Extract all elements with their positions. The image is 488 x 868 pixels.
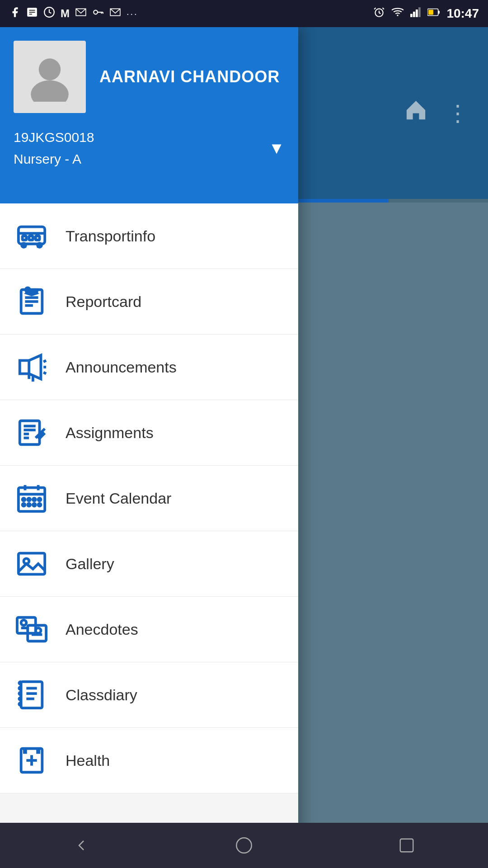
svg-point-29 bbox=[22, 243, 26, 247]
m-icon: M bbox=[61, 7, 70, 20]
status-bar-right-icons: 10:47 bbox=[373, 6, 479, 21]
svg-point-30 bbox=[38, 243, 42, 247]
home-button[interactable] bbox=[221, 832, 267, 859]
svg-point-20 bbox=[39, 58, 61, 80]
status-bar-left-icons: M ··· bbox=[9, 6, 138, 21]
svg-point-57 bbox=[28, 504, 30, 506]
svg-point-52 bbox=[23, 498, 25, 501]
student-name: AARNAVI CHANDOOR bbox=[99, 67, 280, 86]
menu-label-transportinfo: Transportinfo bbox=[66, 227, 155, 245]
status-bar: M ··· 10:47 bbox=[0, 0, 488, 27]
background-panel: ⋮ bbox=[289, 27, 488, 868]
reportcard-icon bbox=[14, 283, 50, 320]
accent-underline bbox=[298, 199, 389, 203]
navigation-drawer: AARNAVI CHANDOOR 19JKGS0018 Nursery - A … bbox=[0, 27, 298, 868]
svg-point-5 bbox=[94, 10, 98, 14]
menu-item-eventcalendar[interactable]: Event Calendar bbox=[0, 466, 298, 531]
menu-item-classdiary[interactable]: Classdiary bbox=[0, 662, 298, 728]
signal-icon bbox=[410, 7, 421, 20]
svg-point-12 bbox=[397, 14, 399, 16]
anecdotes-icon bbox=[14, 611, 50, 647]
menu-item-gallery[interactable]: Gallery bbox=[0, 531, 298, 597]
menu-label-anecdotes: Anecdotes bbox=[66, 621, 138, 638]
svg-rect-16 bbox=[418, 7, 421, 17]
bus-icon bbox=[14, 218, 50, 254]
svg-point-81 bbox=[236, 838, 251, 853]
svg-point-55 bbox=[38, 498, 41, 501]
svg-point-65 bbox=[36, 628, 41, 633]
menu-label-assignments: Assignments bbox=[66, 424, 154, 442]
svg-rect-13 bbox=[410, 14, 413, 17]
drawer-menu: Transportinfo Reportcard bbox=[0, 203, 298, 868]
wifi-icon bbox=[391, 7, 404, 20]
svg-point-21 bbox=[31, 80, 69, 102]
svg-point-59 bbox=[38, 504, 41, 506]
svg-rect-18 bbox=[438, 11, 440, 14]
assignments-icon bbox=[14, 415, 50, 451]
svg-marker-36 bbox=[20, 360, 29, 373]
svg-rect-82 bbox=[400, 839, 413, 852]
gallery-icon bbox=[14, 546, 50, 582]
svg-point-32 bbox=[26, 288, 30, 292]
fb-icon bbox=[9, 6, 21, 21]
svg-rect-42 bbox=[20, 421, 40, 445]
menu-item-announcements[interactable]: Announcements bbox=[0, 335, 298, 400]
battery-icon bbox=[427, 7, 440, 20]
svg-line-11 bbox=[383, 8, 384, 9]
svg-rect-28 bbox=[36, 236, 40, 240]
svg-rect-27 bbox=[29, 236, 33, 240]
student-class: Nursery - A bbox=[14, 148, 94, 170]
svg-point-53 bbox=[28, 498, 30, 501]
svg-rect-60 bbox=[19, 553, 45, 575]
back-button[interactable] bbox=[59, 832, 104, 859]
student-info: 19JKGS0018 Nursery - A ▼ bbox=[14, 127, 285, 170]
health-icon bbox=[14, 742, 50, 778]
svg-rect-15 bbox=[416, 9, 418, 17]
menu-label-classdiary: Classdiary bbox=[66, 686, 137, 704]
calendar-icon bbox=[14, 480, 50, 516]
svg-rect-26 bbox=[23, 236, 27, 240]
svg-point-54 bbox=[33, 498, 36, 501]
news-icon bbox=[26, 6, 38, 21]
mail2-icon bbox=[109, 8, 121, 19]
svg-point-58 bbox=[33, 504, 36, 506]
key-icon bbox=[92, 6, 104, 21]
menu-label-gallery: Gallery bbox=[66, 555, 114, 573]
menu-item-transportinfo[interactable]: Transportinfo bbox=[0, 203, 298, 269]
menu-label-health: Health bbox=[66, 752, 110, 769]
student-id: 19JKGS0018 bbox=[14, 127, 94, 148]
alarm-icon bbox=[373, 6, 385, 21]
menu-label-eventcalendar: Event Calendar bbox=[66, 490, 171, 507]
svg-line-41 bbox=[43, 373, 46, 374]
profile-row: AARNAVI CHANDOOR bbox=[14, 41, 285, 113]
menu-item-reportcard[interactable]: Reportcard bbox=[0, 269, 298, 335]
svg-line-10 bbox=[375, 8, 376, 9]
avatar bbox=[14, 41, 86, 113]
drawer-header: AARNAVI CHANDOOR 19JKGS0018 Nursery - A … bbox=[0, 27, 298, 203]
clock2-icon bbox=[43, 6, 55, 21]
menu-item-anecdotes[interactable]: Anecdotes bbox=[0, 597, 298, 662]
svg-point-56 bbox=[23, 504, 25, 506]
menu-item-health[interactable]: Health bbox=[0, 728, 298, 793]
status-time: 10:47 bbox=[446, 6, 479, 21]
dots-icon: ··· bbox=[127, 9, 138, 19]
bg-content-area bbox=[289, 203, 488, 868]
classdiary-icon bbox=[14, 677, 50, 713]
svg-line-39 bbox=[43, 360, 46, 362]
menu-item-assignments[interactable]: Assignments bbox=[0, 400, 298, 466]
svg-point-64 bbox=[21, 620, 27, 626]
bottom-navigation bbox=[0, 823, 488, 868]
svg-rect-19 bbox=[429, 10, 434, 15]
announcements-icon bbox=[14, 349, 50, 385]
menu-label-reportcard: Reportcard bbox=[66, 293, 141, 311]
bg-home-icon bbox=[404, 98, 428, 128]
menu-label-announcements: Announcements bbox=[66, 359, 177, 376]
gmail-icon bbox=[75, 8, 87, 19]
bg-dots-icon: ⋮ bbox=[446, 102, 470, 124]
recent-button[interactable] bbox=[384, 832, 429, 859]
svg-rect-14 bbox=[413, 12, 415, 17]
bg-header: ⋮ bbox=[289, 27, 488, 199]
dropdown-arrow[interactable]: ▼ bbox=[268, 135, 285, 161]
